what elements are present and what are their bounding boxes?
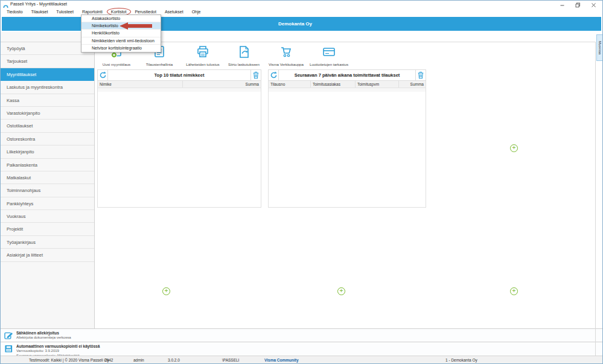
- column-summa[interactable]: Summa: [183, 81, 261, 88]
- refresh-button[interactable]: [268, 69, 279, 81]
- sidebar-item-projektit[interactable]: Projektit: [1, 223, 94, 235]
- top-items-list[interactable]: [97, 92, 261, 208]
- sidebar-item-palkanlaskenta[interactable]: Palkanlaskenta: [1, 159, 94, 171]
- menu-asetukset[interactable]: Asetukset: [161, 8, 188, 16]
- sidebar-item-tyopoyta[interactable]: Työpöytä: [1, 42, 94, 55]
- add-widget-button[interactable]: +: [162, 287, 170, 295]
- sidebar-item-varastokirjanpito[interactable]: Varastokirjanpito: [1, 107, 94, 120]
- menu-item-nimikkeiden-vienti[interactable]: Nimikkeiden vienti xml-tiedostoon: [81, 37, 161, 45]
- sidebar-item-vuokraus[interactable]: Vuokraus: [1, 210, 94, 223]
- upcoming-deliveries-list[interactable]: [268, 92, 426, 208]
- toolbar-label: Uusi myyntitilaus: [95, 62, 138, 66]
- upcoming-deliveries-panel: Seuraavan 7 päivän aikana toimitettavat …: [268, 69, 426, 208]
- title-bar: Passeli Yritys - Myyntitilaukset: [1, 1, 602, 8]
- panel-title: Top 10 tilatut nimikkeet: [108, 69, 250, 81]
- sidebar-item-liikekirjanpito[interactable]: Liikekirjanpito: [1, 145, 94, 158]
- status-bar: Testimoodit: Kaikki | © 2020 Visma Passe…: [1, 356, 602, 363]
- status-database: \PASSELI: [222, 358, 239, 362]
- sidebar-item-ostoreskontra[interactable]: Ostoreskontra: [1, 133, 94, 145]
- annotation-red-arrow: [120, 22, 152, 30]
- esign-title: Sähköinen allekirjoitus: [16, 331, 600, 336]
- column-headers: Tilausno Toimitusasiakas Toimituspvm Sum…: [268, 81, 426, 88]
- toolbar-label: Tilaustenhallinta: [138, 62, 180, 66]
- toolbar-label: Siirto laskutukseen: [223, 62, 265, 66]
- status-active-company: 1 - Demokanta Oy: [445, 358, 477, 362]
- column-tilausno[interactable]: Tilausno: [269, 81, 311, 88]
- sidebar-item-asiakirjat[interactable]: Asiakirjat ja liitteet: [1, 249, 94, 261]
- trash-button[interactable]: [415, 69, 426, 81]
- add-widget-button[interactable]: +: [510, 144, 518, 152]
- add-widget-button[interactable]: +: [510, 287, 518, 295]
- sidebar-item-ostotilaukset[interactable]: Ostotilaukset: [1, 120, 94, 132]
- menu-item-henkilokortisto[interactable]: Henkilökortisto: [81, 30, 161, 37]
- content-right-divider: [595, 42, 596, 357]
- sidebar-item-laskutus[interactable]: Laskutus ja myyntireskontra: [1, 81, 94, 94]
- backup-title: Automaattinen varmuuskopiointi ei käytös…: [16, 344, 600, 349]
- sidebar: Työpöytä Tarjoukset Myyntitilaukset Lask…: [1, 32, 95, 357]
- status-user: admin: [133, 358, 144, 362]
- printer-icon: [196, 50, 210, 60]
- panel-title: Seuraavan 7 päivän aikana toimitettavat …: [279, 69, 415, 81]
- add-widget-button[interactable]: +: [337, 287, 345, 295]
- menu-tilaukset[interactable]: Tilaukset: [27, 8, 53, 16]
- menu-item-netvisor-integraatio[interactable]: Netvisor kortistointegraatio: [81, 45, 161, 52]
- sidebar-item-pankkiyhteys[interactable]: Pankkiyhteys: [1, 197, 94, 210]
- sidebar-item-matkalaskut[interactable]: Matkalaskut: [1, 171, 94, 184]
- edit-dashboard-tab[interactable]: Muokkaa: [596, 34, 603, 61]
- column-toimitusasiakas[interactable]: Toimitusasiakas: [311, 81, 356, 88]
- visma-community-link[interactable]: Visma Community: [264, 358, 299, 362]
- sidebar-item-myyntitilaukset[interactable]: Myyntitilaukset: [1, 68, 94, 81]
- menu-tiedosto[interactable]: Tiedosto: [2, 8, 27, 16]
- menu-item-nimikekortisto[interactable]: Nimikekortisto: [81, 22, 161, 30]
- panel-header: Seuraavan 7 päivän aikana toimitettavat …: [268, 69, 426, 81]
- menu-ohje[interactable]: Ohje: [188, 8, 205, 16]
- transfer-to-invoicing-button[interactable]: Siirto laskutukseen: [223, 45, 265, 66]
- esign-subtitle: Allekirjoita dokumentteja verkossa: [16, 336, 600, 340]
- window-title: Passeli Yritys - Myyntitilaukset: [10, 1, 67, 7]
- backup-icon: [4, 345, 13, 356]
- toolbar-label: Luottotietojen tarkastus: [305, 62, 353, 66]
- transfer-document-icon: [237, 50, 251, 60]
- sidebar-nav: Työpöytä Tarjoukset Myyntitilaukset Lask…: [1, 42, 94, 262]
- sidebar-item-tarjoukset[interactable]: Tarjoukset: [1, 55, 94, 68]
- app-window: Passeli Yritys - Myyntitilaukset Tiedost…: [0, 0, 603, 364]
- top-items-panel: Top 10 tilatut nimikkeet Nimike Summa: [97, 69, 261, 208]
- column-toimituspvm[interactable]: Toimituspvm: [356, 81, 399, 88]
- menu-tulosteet[interactable]: Tulosteet: [52, 8, 78, 16]
- column-nimike[interactable]: Nimike: [98, 81, 183, 88]
- credit-card-icon: [322, 50, 336, 60]
- menu-item-label: Nimikekortisto: [92, 24, 118, 28]
- trash-button[interactable]: [250, 69, 261, 81]
- menu-item-asiakaskortisto[interactable]: Asiakaskortisto: [81, 15, 161, 22]
- print-dispatch-notes-button[interactable]: Lähetteiden tulostus: [182, 45, 224, 66]
- backup-info-box[interactable]: Automaattinen varmuuskopiointi ei käytös…: [1, 342, 602, 357]
- toolbar-label: Lähetteiden tulostus: [182, 62, 224, 66]
- shopping-cart-icon: [279, 50, 293, 60]
- credit-check-button[interactable]: Luottotietojen tarkastus: [305, 45, 353, 66]
- visma-webshop-button[interactable]: Visma Verkkokauppa: [265, 45, 307, 66]
- column-summa[interactable]: Summa: [399, 81, 426, 88]
- backup-line1: Varmuuskopioitu: 3.9.2019: [16, 349, 600, 354]
- status-build-number: 2942: [104, 358, 113, 362]
- status-version: 3.0.2.0: [168, 358, 180, 362]
- toolbar-label: Visma Verkkokauppa: [265, 62, 307, 66]
- refresh-button[interactable]: [97, 69, 108, 81]
- sidebar-item-tyoajankirjaus[interactable]: Työajankirjaus: [1, 236, 94, 249]
- sidebar-item-toiminnanohjaus[interactable]: Toiminnanohjaus: [1, 184, 94, 197]
- esign-info-box[interactable]: Sähköinen allekirjoitus Allekirjoita dok…: [1, 328, 602, 342]
- panel-header: Top 10 tilatut nimikkeet: [97, 69, 261, 81]
- column-headers: Nimike Summa: [97, 81, 261, 88]
- kortistot-dropdown-menu: Asiakaskortisto Nimikekortisto Henkilöko…: [81, 14, 161, 53]
- signature-pen-icon: [4, 331, 13, 342]
- status-test-mode: Testimoodit: Kaikki | © 2020 Visma Passe…: [29, 358, 109, 362]
- sidebar-item-kassa[interactable]: Kassa: [1, 94, 94, 107]
